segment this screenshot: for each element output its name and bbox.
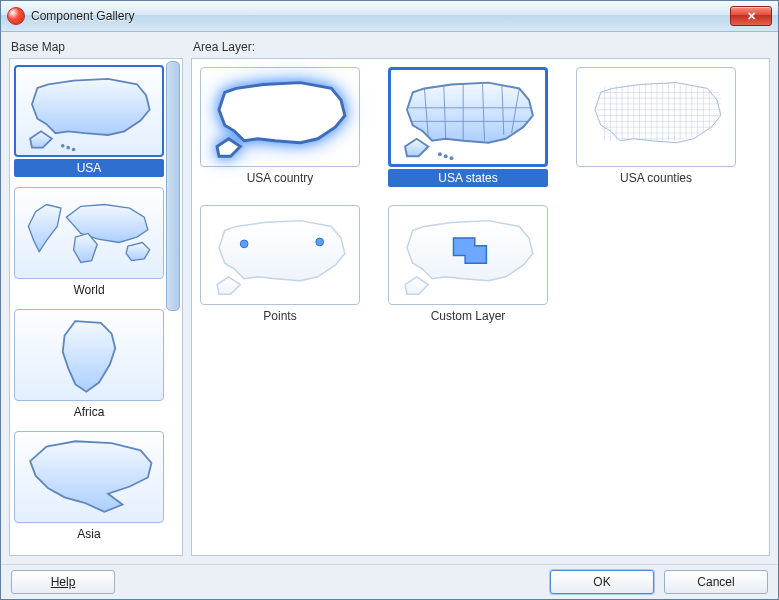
help-button[interactable]: Help — [11, 570, 115, 594]
svg-point-3 — [240, 240, 248, 248]
area-item-label: Custom Layer — [388, 307, 548, 325]
arealayer-panel: Area Layer: USA country USA states — [191, 40, 770, 556]
africa-map-icon — [14, 309, 164, 401]
app-icon — [7, 7, 25, 25]
close-icon: ✕ — [747, 11, 756, 22]
area-item-label: USA counties — [576, 169, 736, 187]
basemap-item-label: World — [14, 281, 164, 299]
basemap-item-usa[interactable]: USA — [14, 65, 164, 177]
close-button[interactable]: ✕ — [730, 6, 772, 26]
area-item-usa-states[interactable]: USA states — [388, 67, 548, 187]
basemap-label: Base Map — [9, 40, 183, 58]
svg-point-4 — [316, 238, 324, 246]
help-button-label: Help — [51, 575, 76, 589]
ok-button-label: OK — [593, 575, 610, 589]
usa-map-icon — [14, 65, 164, 157]
basemap-item-africa[interactable]: Africa — [14, 309, 164, 421]
area-item-points[interactable]: Points — [200, 205, 360, 325]
area-item-label: Points — [200, 307, 360, 325]
area-item-custom-layer[interactable]: Custom Layer — [388, 205, 548, 325]
titlebar[interactable]: Component Gallery ✕ — [1, 1, 778, 32]
cancel-button-label: Cancel — [697, 575, 734, 589]
arealayer-label: Area Layer: — [191, 40, 770, 58]
dialog-body: Base Map USA World — [1, 32, 778, 564]
area-item-usa-country[interactable]: USA country — [200, 67, 360, 187]
basemap-panel: Base Map USA World — [9, 40, 183, 556]
area-item-label: USA country — [200, 169, 360, 187]
world-map-icon — [14, 187, 164, 279]
cancel-button[interactable]: Cancel — [664, 570, 768, 594]
area-item-usa-counties[interactable]: USA counties — [576, 67, 736, 187]
dialog-window: Component Gallery ✕ Base Map USA — [0, 0, 779, 600]
basemap-list: USA World Africa — [9, 58, 183, 556]
usa-country-icon — [200, 67, 360, 167]
usa-counties-icon — [576, 67, 736, 167]
basemap-item-label: Africa — [14, 403, 164, 421]
basemap-item-label: USA — [14, 159, 164, 177]
basemap-item-asia[interactable]: Asia — [14, 431, 164, 543]
ok-button[interactable]: OK — [550, 570, 654, 594]
usa-states-icon — [388, 67, 548, 167]
dialog-footer: Help OK Cancel — [1, 564, 778, 599]
area-item-label: USA states — [388, 169, 548, 187]
usa-points-icon — [200, 205, 360, 305]
basemap-item-world[interactable]: World — [14, 187, 164, 299]
window-title: Component Gallery — [31, 9, 730, 23]
asia-map-icon — [14, 431, 164, 523]
scrollbar-thumb[interactable] — [166, 61, 180, 311]
usa-custom-icon — [388, 205, 548, 305]
arealayer-grid: USA country USA states USA counties — [191, 58, 770, 556]
basemap-item-label: Asia — [14, 525, 164, 543]
